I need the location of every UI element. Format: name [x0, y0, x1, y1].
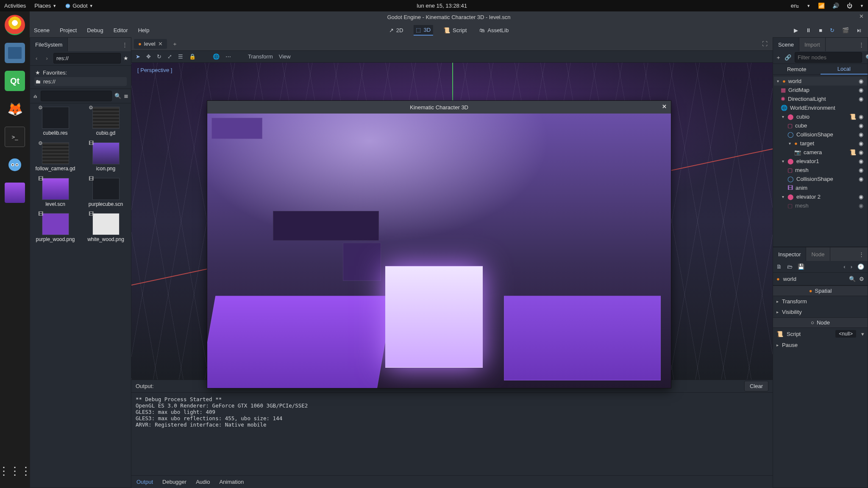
visibility-toggle-icon[interactable]: ◉: [859, 202, 865, 209]
extra-tool-icon[interactable]: ⋯: [225, 53, 231, 60]
visibility-toggle-icon[interactable]: ◉: [859, 131, 865, 138]
tree-node-world[interactable]: ▾●world◉: [774, 77, 867, 86]
tree-node-collision2[interactable]: ◯CollisionShape◉: [774, 175, 867, 183]
dock-godot-icon[interactable]: [5, 155, 25, 175]
game-window-titlebar[interactable]: Kinematic Character 3D ✕: [207, 101, 671, 114]
power-icon[interactable]: ⏻: [847, 3, 852, 9]
dock-files-icon[interactable]: [5, 43, 25, 63]
game-viewport[interactable]: [207, 114, 671, 388]
places-menu[interactable]: Places▼: [34, 3, 56, 9]
pause-button[interactable]: ⏸: [806, 27, 811, 33]
panel-menu-button[interactable]: ⋮: [119, 42, 131, 48]
menu-project[interactable]: Project: [60, 27, 77, 33]
volume-icon[interactable]: 🔊: [832, 3, 839, 9]
clock[interactable]: lun ene 15, 13:28:41: [93, 3, 791, 9]
tree-node-anim[interactable]: 🎞anim: [774, 183, 867, 192]
node-tab[interactable]: Node: [806, 247, 830, 261]
menu-scene[interactable]: Scene: [34, 27, 50, 33]
new-resource-icon[interactable]: 🗎: [776, 263, 782, 270]
remote-tab[interactable]: Remote: [773, 64, 821, 75]
dock-apps-button[interactable]: ⋮⋮⋮: [5, 461, 25, 481]
file-item[interactable]: 🎞purplecube.scn: [81, 178, 130, 208]
visibility-toggle-icon[interactable]: ◉: [859, 122, 865, 129]
workspace-script-tab[interactable]: 📜Script: [441, 25, 469, 35]
workspace-2d-tab[interactable]: ↗2D: [387, 25, 406, 35]
list-tool-icon[interactable]: ☰: [178, 53, 183, 60]
focused-app-menu[interactable]: Godot▼: [65, 3, 93, 9]
history-back-icon[interactable]: ‹: [843, 263, 845, 270]
menu-help[interactable]: Help: [138, 27, 150, 33]
prop-transform[interactable]: ▸Transform: [773, 296, 868, 307]
save-resource-icon[interactable]: 💾: [798, 263, 804, 270]
dock-gimp-icon[interactable]: 🦊: [5, 99, 25, 119]
game-window[interactable]: Kinematic Character 3D ✕: [207, 100, 671, 388]
filesystem-tab[interactable]: FileSystem: [30, 38, 68, 51]
env-tool-icon[interactable]: 🌐: [213, 53, 220, 60]
file-item[interactable]: 🎞level.scn: [31, 178, 80, 208]
visibility-toggle-icon[interactable]: ◉: [859, 167, 865, 173]
file-item[interactable]: ⚙follow_camera.gd: [31, 142, 80, 172]
menu-editor[interactable]: Editor: [114, 27, 128, 33]
workspace-assetlib-tab[interactable]: 🛍AssetLib: [477, 25, 511, 35]
panel-menu-button[interactable]: ⋮: [855, 42, 868, 48]
file-item[interactable]: 🎞purple_wood.png: [31, 213, 80, 243]
path-input[interactable]: [53, 53, 121, 64]
filter-nodes-input[interactable]: [795, 52, 862, 63]
search-icon[interactable]: 🔍: [114, 93, 121, 99]
file-item[interactable]: ⚙cubelib.res: [31, 107, 80, 136]
visibility-toggle-icon[interactable]: ◉: [859, 114, 863, 120]
dock-scene-thumb-icon[interactable]: [5, 183, 25, 203]
prop-script[interactable]: 📜Script<null>▾: [773, 328, 868, 340]
bottom-tab-output[interactable]: Output: [136, 479, 153, 485]
scale-tool-icon[interactable]: ⤢: [167, 53, 172, 60]
dropdown-icon[interactable]: ▾: [861, 331, 864, 337]
play-button[interactable]: ▶: [794, 27, 798, 33]
bottom-tab-animation[interactable]: Animation: [219, 479, 244, 485]
tree-node-cubio[interactable]: ▾⬤cubio📜◉: [774, 112, 867, 121]
res-root-item[interactable]: 🖿res://: [34, 77, 127, 86]
visibility-toggle-icon[interactable]: ◉: [859, 158, 865, 164]
close-tab-button[interactable]: ✕: [158, 41, 163, 47]
tree-node-target[interactable]: ▾●target◉: [774, 139, 867, 148]
distraction-free-button[interactable]: ⛶: [760, 41, 770, 47]
bottom-tab-audio[interactable]: Audio: [196, 479, 210, 485]
play-custom-scene-button[interactable]: ⏯: [857, 27, 862, 33]
nav-back-button[interactable]: ‹: [33, 55, 41, 61]
tree-node-elevator2[interactable]: ▾⬤elevator 2◉: [774, 192, 867, 201]
dock-chrome-icon[interactable]: [5, 15, 25, 35]
output-log[interactable]: ** Debug Process Started ** OpenGL ES 3.…: [131, 393, 773, 475]
link-node-button[interactable]: 🔗: [785, 54, 791, 61]
perspective-label[interactable]: [ Perspective ]: [137, 67, 172, 73]
tree-node-gridmap[interactable]: ▦GridMap◉: [774, 86, 867, 94]
tree-node-mesh[interactable]: ▢mesh◉: [774, 166, 867, 175]
history-forward-icon[interactable]: ›: [851, 263, 852, 270]
input-lang-indicator[interactable]: en₂: [791, 3, 799, 9]
clear-output-button[interactable]: Clear: [744, 381, 768, 391]
tree-node-dlight[interactable]: ✺DirectionalLight◉: [774, 94, 867, 103]
new-scene-button[interactable]: ＋: [172, 40, 178, 48]
view-menu[interactable]: View: [279, 53, 291, 60]
visibility-toggle-icon[interactable]: ◉: [859, 96, 865, 102]
list-mode-button[interactable]: ≣: [124, 93, 128, 99]
prop-pause[interactable]: ▸Pause: [773, 340, 868, 350]
dock-qt-icon[interactable]: Qt: [5, 71, 25, 91]
search-icon[interactable]: 🔍: [865, 54, 868, 61]
script-attached-icon[interactable]: 📜: [849, 149, 856, 155]
file-filter-input[interactable]: [41, 91, 112, 101]
inspector-tab[interactable]: Inspector: [773, 247, 806, 261]
local-tab[interactable]: Local: [821, 64, 868, 75]
scene-tree-tab[interactable]: Scene: [773, 38, 799, 51]
tree-node-camera[interactable]: 📷camera📜◉: [774, 148, 867, 157]
tree-node-cube[interactable]: ▢cube◉: [774, 121, 867, 130]
section-spatial[interactable]: ●Spatial: [773, 286, 868, 296]
select-tool-icon[interactable]: ➤: [136, 53, 140, 60]
search-props-icon[interactable]: 🔍: [849, 276, 856, 282]
play-scene-button[interactable]: 🎬: [842, 27, 849, 33]
bottom-tab-debugger[interactable]: Debugger: [162, 479, 186, 485]
lock-tool-icon[interactable]: 🔒: [189, 53, 196, 60]
dock-terminal-icon[interactable]: >_: [5, 127, 25, 147]
rotate-tool-icon[interactable]: ↻: [157, 53, 161, 60]
visibility-toggle-icon[interactable]: ◉: [859, 78, 865, 84]
import-tab[interactable]: Import: [799, 38, 826, 51]
section-node[interactable]: ○Node: [773, 317, 868, 328]
